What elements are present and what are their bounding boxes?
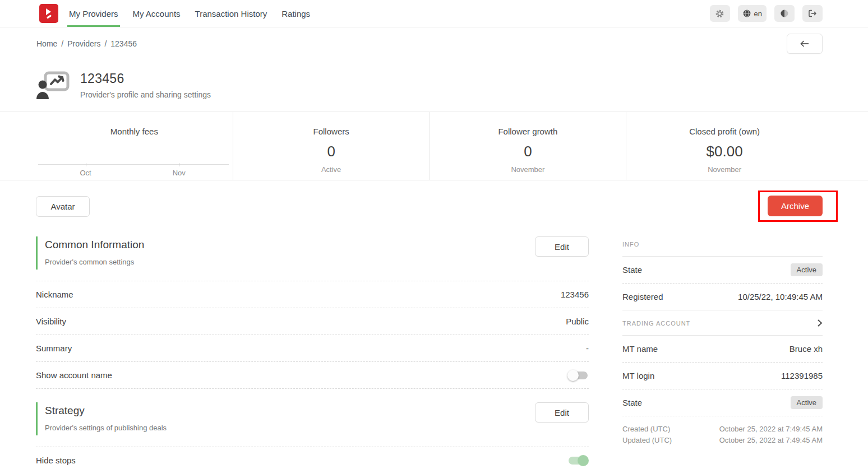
row-registered: Registered 10/25/22, 10:49:45 AM	[622, 284, 823, 310]
stat-value: 0	[430, 143, 626, 160]
common-information-section-head: Common Information Provider's common set…	[36, 236, 589, 270]
page-header: 123456 Provider's profile and sharing se…	[0, 57, 868, 105]
row-label: Summary	[36, 343, 72, 353]
logout-icon	[807, 9, 818, 18]
row-show-account-name: Show account name	[36, 362, 589, 389]
section-title-wrap: Common Information Provider's common set…	[36, 236, 144, 270]
language-button[interactable]: en	[738, 5, 767, 22]
strategy-edit-button[interactable]: Edit	[535, 402, 589, 422]
page-title: 123456	[80, 71, 211, 86]
strategy-rows: Hide stops	[36, 447, 589, 469]
back-button[interactable]	[787, 34, 823, 54]
stat-title: Followers	[233, 127, 430, 136]
tab-my-accounts[interactable]: My Accounts	[131, 0, 182, 27]
chart-x-axis	[38, 164, 229, 165]
strategy-section-head: Strategy Provider's settings of publishi…	[36, 402, 589, 435]
stat-caption: Active	[233, 165, 430, 174]
common-information-title: Common Information	[45, 239, 144, 251]
archive-button[interactable]: Archive	[768, 196, 823, 216]
info-section-title: INFO	[622, 236, 823, 257]
tab-transaction-history[interactable]: Transaction History	[193, 0, 269, 27]
contrast-icon	[780, 9, 789, 18]
theme-toggle-button[interactable]	[774, 5, 795, 22]
page-title-block: 123456 Provider's profile and sharing se…	[80, 71, 211, 99]
breadcrumb-providers[interactable]: Providers	[67, 39, 100, 48]
stat-value: $0.00	[626, 143, 823, 160]
row-visibility: Visibility Public	[36, 308, 589, 335]
chart-tick-label: Oct	[80, 169, 91, 177]
chevron-right-icon	[818, 319, 823, 327]
row-label: MT login	[622, 371, 654, 380]
row-label: Visibility	[36, 317, 66, 326]
main-column: Common Information Provider's common set…	[36, 236, 589, 469]
row-value: 112391985	[781, 371, 823, 380]
stat-card-monthly-fees: Monthly fees Oct Nov	[36, 112, 233, 180]
settings-button[interactable]	[710, 5, 730, 22]
logout-button[interactable]	[802, 5, 823, 22]
common-information-edit-button[interactable]: Edit	[535, 236, 589, 257]
row-value: Bruce xh	[789, 344, 823, 354]
row-label: Nickname	[36, 290, 73, 299]
breadcrumb-separator: /	[104, 39, 107, 48]
row-hide-stops: Hide stops	[36, 447, 589, 469]
meta-label: Updated (UTC)	[622, 435, 672, 446]
stat-title: Follower growth	[430, 127, 626, 136]
page-subtitle: Provider's profile and sharing settings	[80, 90, 211, 99]
row-created-utc: Created (UTC) October 25, 2022 at 7:49:4…	[622, 424, 823, 435]
stat-card-followers: Followers 0 Active	[233, 112, 430, 180]
row-label: Show account name	[36, 370, 112, 380]
breadcrumb-home[interactable]: Home	[36, 39, 57, 48]
stat-value: 0	[233, 143, 430, 160]
status-badge: Active	[791, 263, 823, 276]
section-title-wrap: Strategy Provider's settings of publishi…	[36, 402, 167, 435]
strategy-subtitle: Provider's settings of publishing deals	[45, 424, 167, 432]
row-mt-state: State Active	[622, 389, 823, 416]
row-label: State	[622, 398, 642, 407]
common-information-rows: Nickname 123456 Visibility Public Summar…	[36, 281, 589, 389]
row-label: MT name	[622, 344, 658, 354]
stats-band: Monthly fees Oct Nov Followers 0 Active …	[0, 112, 868, 180]
language-label: en	[754, 10, 762, 18]
row-updated-utc: Updated (UTC) October 25, 2022 at 7:49:4…	[622, 435, 823, 446]
row-state: State Active	[622, 257, 823, 284]
monthly-fees-chart: Oct Nov	[38, 144, 229, 178]
strategy-title: Strategy	[45, 405, 167, 417]
avatar-button[interactable]: Avatar	[36, 196, 90, 217]
trading-account-label: TRADING ACCOUNT	[622, 320, 690, 327]
row-mt-login: MT login 112391985	[622, 363, 823, 389]
tab-ratings[interactable]: Ratings	[280, 0, 312, 27]
timestamps-block: Created (UTC) October 25, 2022 at 7:49:4…	[622, 416, 823, 446]
stat-title: Monthly fees	[36, 127, 233, 136]
hide-stops-toggle[interactable]	[567, 455, 589, 466]
stat-caption: November	[430, 165, 626, 174]
actions-row: Avatar Archive	[0, 191, 868, 222]
trading-account-section-title[interactable]: TRADING ACCOUNT	[622, 310, 823, 336]
info-sidebar: INFO State Active Registered 10/25/22, 1…	[622, 236, 823, 446]
breadcrumb-separator: /	[61, 39, 63, 48]
brand-logo-icon	[42, 7, 56, 20]
stat-title: Closed profit (own)	[626, 127, 823, 136]
arrow-left-icon	[800, 40, 810, 48]
row-summary: Summary -	[36, 335, 589, 362]
row-value: -	[586, 343, 589, 353]
gear-icon	[715, 9, 724, 18]
main-nav: My Providers My Accounts Transaction His…	[67, 0, 323, 27]
meta-value: October 25, 2022 at 7:49:45 AM	[719, 435, 823, 446]
status-badge: Active	[791, 396, 823, 409]
breadcrumb-bar: Home / Providers / 123456	[0, 27, 868, 57]
brand-logo[interactable]	[39, 4, 58, 23]
row-label: Registered	[622, 292, 663, 301]
row-value: Public	[566, 317, 589, 326]
meta-value: October 25, 2022 at 7:49:45 AM	[719, 424, 823, 435]
row-mt-name: MT name Bruce xh	[622, 336, 823, 363]
provider-avatar-icon	[36, 71, 70, 99]
row-value: 123456	[561, 290, 589, 299]
row-label: Hide stops	[36, 456, 76, 465]
meta-label: Created (UTC)	[622, 424, 670, 435]
info-label: INFO	[622, 241, 639, 248]
row-value: 10/25/22, 10:49:45 AM	[738, 292, 823, 301]
tab-my-providers[interactable]: My Providers	[67, 0, 120, 27]
breadcrumb-current: 123456	[110, 39, 137, 48]
show-account-name-toggle[interactable]	[567, 370, 589, 381]
top-navbar: My Providers My Accounts Transaction His…	[0, 0, 868, 27]
